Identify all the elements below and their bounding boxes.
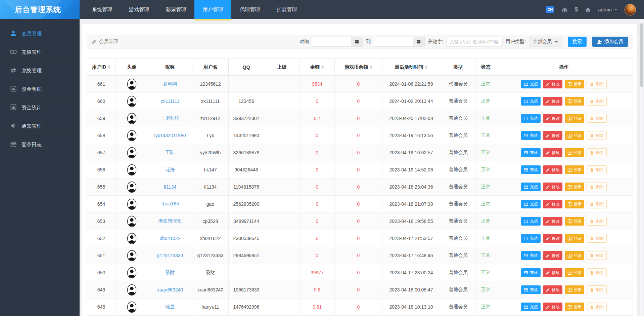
login-button[interactable]: 登录	[565, 97, 584, 106]
scrollbar[interactable]	[639, 19, 643, 316]
recharge-button[interactable]: 充值	[521, 148, 541, 157]
recharge-button[interactable]: 充值	[521, 114, 541, 123]
edit-button[interactable]: 修改	[543, 200, 562, 208]
delete-button[interactable]: 删除	[587, 183, 607, 191]
recharge-button[interactable]: 充值	[521, 268, 541, 277]
edit-button[interactable]: 修改	[543, 234, 562, 243]
delete-button[interactable]: 删除	[587, 114, 607, 123]
nav-tab-3[interactable]: 用户管理	[194, 0, 231, 19]
sidebar-item-1[interactable]: 充值管理	[0, 43, 80, 62]
edit-button[interactable]: 修改	[543, 285, 562, 294]
calendar-icon[interactable]	[413, 37, 425, 47]
delete-button[interactable]: 删除	[587, 165, 607, 174]
edit-button[interactable]: 修改	[543, 165, 562, 174]
recharge-button[interactable]: 充值	[521, 234, 541, 243]
recharge-button[interactable]: 充值	[521, 80, 541, 88]
sort-icon[interactable]	[321, 65, 324, 69]
recharge-button[interactable]: 充值	[521, 165, 541, 174]
nickname-link[interactable]: xh041022	[160, 236, 181, 241]
edit-button[interactable]: 修改	[543, 148, 562, 157]
delete-button[interactable]: 删除	[587, 268, 607, 277]
nickname-link[interactable]: 多码网	[163, 81, 177, 86]
sort-icon[interactable]	[108, 65, 110, 69]
edit-button[interactable]: 修改	[543, 217, 562, 226]
recharge-button[interactable]: 充值	[521, 200, 541, 208]
login-button[interactable]: 登录	[565, 285, 584, 294]
sort-icon[interactable]	[425, 65, 427, 69]
nickname-link[interactable]: 王陆	[166, 150, 175, 155]
start-date-input[interactable]	[312, 37, 351, 47]
recharge-button[interactable]: 充值	[521, 217, 541, 226]
delete-button[interactable]: 删除	[587, 131, 607, 140]
recharge-button[interactable]: 充值	[521, 303, 541, 311]
login-button[interactable]: 登录	[565, 165, 584, 174]
login-button[interactable]: 登录	[565, 303, 584, 311]
scrollbar-thumb[interactable]	[640, 23, 643, 87]
nav-tab-5[interactable]: 扩展管理	[268, 0, 305, 19]
sidebar-item-3[interactable]: 资金明细	[0, 80, 80, 98]
delete-button[interactable]: 删除	[587, 97, 607, 106]
home-icon[interactable]	[585, 7, 591, 13]
login-button[interactable]: 登录	[565, 200, 584, 208]
edit-button[interactable]: 修改	[543, 97, 562, 106]
delete-button[interactable]: 删除	[587, 217, 607, 226]
delete-button[interactable]: 删除	[587, 80, 607, 88]
nickname-link[interactable]: 老墨想吃鱼	[158, 218, 182, 224]
sidebar-item-2[interactable]: 兑换管理	[0, 62, 80, 80]
edit-button[interactable]: 修改	[543, 183, 562, 191]
edit-button[interactable]: 修改	[543, 114, 562, 123]
sidebar-item-6[interactable]: 登录日志	[0, 135, 80, 154]
end-date-input[interactable]	[374, 37, 413, 47]
nickname-link[interactable]: 个ao185	[161, 201, 179, 206]
edit-button[interactable]: 修改	[543, 268, 562, 277]
nickname-link[interactable]: 王老师说	[161, 115, 180, 121]
login-button[interactable]: 登录	[565, 251, 584, 260]
nav-tab-2[interactable]: 彩票管理	[157, 0, 194, 19]
search-button[interactable]: 搜索	[568, 37, 587, 47]
sidebar-item-5[interactable]: 通知管理	[0, 117, 80, 135]
nickname-link[interactable]: lyx1432011980	[154, 133, 186, 138]
delete-button[interactable]: 删除	[587, 234, 607, 243]
add-member-button[interactable]: 添加会员	[592, 37, 628, 47]
avatar[interactable]	[625, 4, 636, 15]
delete-button[interactable]: 删除	[587, 303, 607, 311]
login-button[interactable]: 登录	[565, 131, 584, 140]
nickname-link[interactable]: 發財	[166, 270, 175, 275]
nav-tab-4[interactable]: 代理管理	[231, 0, 268, 19]
login-button[interactable]: 登录	[565, 80, 584, 88]
user-menu[interactable]: admin	[598, 7, 617, 12]
delete-button[interactable]: 删除	[587, 285, 607, 294]
nickname-link[interactable]: ff1134	[164, 184, 177, 190]
keyword-input[interactable]	[446, 37, 503, 47]
nickname-link[interactable]: 花海	[166, 167, 175, 172]
dollar-icon[interactable]: $	[574, 6, 578, 13]
user-type-select[interactable]: 全部会员	[529, 37, 562, 47]
delete-button[interactable]: 删除	[587, 200, 607, 208]
nickname-link[interactable]: xuan663240	[157, 287, 183, 292]
edit-button[interactable]: 修改	[543, 251, 562, 260]
nav-tab-0[interactable]: 系统管理	[84, 0, 121, 19]
sidebar-item-4[interactable]: 资金统计	[0, 98, 80, 117]
recharge-button[interactable]: 充值	[521, 131, 541, 140]
login-button[interactable]: 登录	[565, 268, 584, 277]
recharge-button[interactable]: 充值	[521, 285, 541, 294]
edit-button[interactable]: 修改	[543, 80, 562, 88]
sort-icon[interactable]	[370, 65, 372, 69]
nickname-link[interactable]: 晗昱	[166, 304, 175, 309]
nickname-link[interactable]: g123123333	[157, 253, 183, 258]
delete-button[interactable]: 删除	[587, 148, 607, 157]
recharge-button[interactable]: 充值	[521, 251, 541, 260]
nickname-link[interactable]: zx111111	[161, 98, 180, 104]
calendar-icon[interactable]	[351, 37, 363, 47]
login-button[interactable]: 登录	[565, 217, 584, 226]
sidebar-item-0[interactable]: 会员管理	[0, 25, 80, 43]
gift-icon[interactable]	[561, 7, 567, 13]
login-button[interactable]: 登录	[565, 234, 584, 243]
edit-button[interactable]: 修改	[543, 303, 562, 311]
language-badge[interactable]: CN	[546, 6, 554, 13]
login-button[interactable]: 登录	[565, 183, 584, 191]
nav-tab-1[interactable]: 游戏管理	[121, 0, 157, 19]
delete-button[interactable]: 删除	[587, 251, 607, 260]
login-button[interactable]: 登录	[565, 114, 584, 123]
login-button[interactable]: 登录	[565, 148, 584, 157]
